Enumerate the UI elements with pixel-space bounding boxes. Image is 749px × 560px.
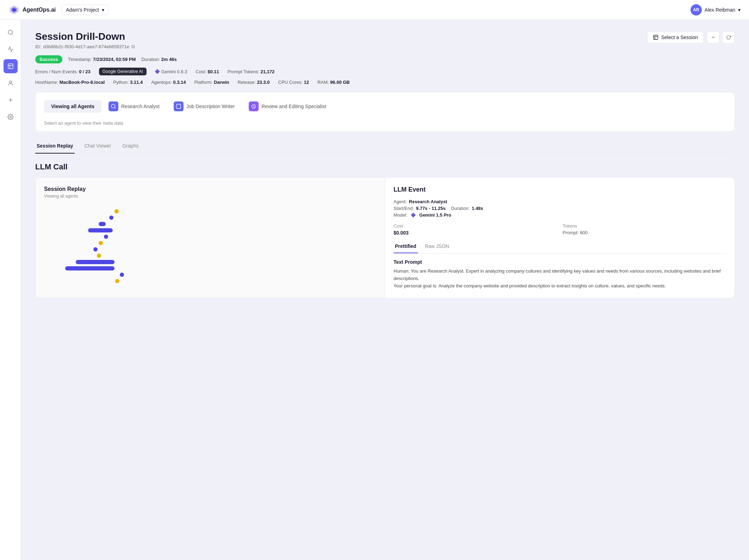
event-duration: 1.48s [472, 206, 483, 211]
agent-tab-review[interactable]: Review and Editing Specialist [242, 98, 333, 115]
session-id-value: d3b86b2c-f930-4d17-aee7-674e6858371e [43, 44, 129, 49]
event-title: LLM Event [394, 186, 726, 193]
timeline-bar [99, 241, 103, 245]
tab-raw-json[interactable]: Raw JSON [423, 241, 451, 253]
timeline-bar [115, 279, 119, 283]
agent-card: Viewing all Agents Research Analyst Job … [35, 92, 735, 132]
timeline-bar [109, 216, 113, 220]
timeline-bar [104, 235, 108, 239]
agent-icon-jobdesc [174, 101, 184, 111]
agent-tab-jobdesc[interactable]: Job Description Writer [167, 98, 242, 115]
timeline-row [88, 228, 376, 232]
topnav-left: AgentOps.ai Adam's Project ▾ [8, 4, 109, 15]
errors-item: Errors / Num Events: 0 / 23 [35, 69, 91, 74]
timeline [44, 206, 376, 287]
timeline-row [76, 260, 376, 264]
cost-label: Cost [394, 223, 557, 229]
info-row-2: HostName: MacBook-Pro-8.local Python: 3.… [35, 80, 735, 85]
event-meta: Agent: Research Analyst Start/End: 9.77s… [394, 199, 726, 218]
user-menu[interactable]: AR Alex Reibman ▾ [691, 4, 741, 15]
sidebar-item-sessions[interactable] [4, 59, 18, 73]
project-name: Adam's Project [66, 7, 99, 13]
llm-call-grid: Session Replay Viewing all agents [35, 177, 735, 298]
logo: AgentOps.ai [8, 4, 56, 15]
event-startend: 9.77s - 11.25s [416, 206, 446, 211]
sidebar-item-tools[interactable] [4, 93, 18, 107]
provider-badge: Google Generative AI [99, 68, 147, 75]
svg-line-4 [12, 33, 13, 35]
tokens-item-block: Tokens Prompt: 600 [563, 223, 726, 236]
cost-item: Cost: $0.11 [196, 69, 219, 74]
select-session-button[interactable]: Select a Session [647, 31, 704, 43]
sidebar-item-search[interactable] [4, 25, 18, 39]
timeline-row [65, 266, 376, 270]
tab-graphs[interactable]: Graphs [121, 140, 140, 154]
timeline-row [93, 247, 376, 251]
topnav: AgentOps.ai Adam's Project ▾ AR Alex Rei… [0, 0, 749, 20]
timeline-row [115, 279, 376, 283]
page-title-section: Session Drill-Down ID: d3b86b2c-f930-4d1… [35, 31, 135, 50]
session-id-label: ID: [35, 44, 41, 49]
cost-item-block: Cost $0.003 [394, 223, 557, 236]
gemini-badge: Gemini 0.8.3 [155, 69, 187, 74]
status-badge: Success [35, 55, 62, 63]
svg-rect-5 [8, 64, 13, 69]
replay-panel-title: Session Replay [44, 186, 376, 192]
event-model-row: Model: Gemini 1.5 Pro [394, 212, 726, 218]
text-prompt-section: Text Prompt Human: You are Research Anal… [394, 259, 726, 290]
agent-tab-review-label: Review and Editing Specialist [261, 104, 326, 109]
prompt-tokens-sub: Prompt: 600 [563, 230, 726, 235]
svg-line-16 [114, 107, 116, 108]
sidebar-item-settings[interactable] [4, 110, 18, 124]
tab-session-replay[interactable]: Session Replay [35, 140, 75, 154]
llm-call-title: LLM Call [35, 162, 735, 172]
gemini-diamond-icon [155, 69, 160, 74]
page-title: Session Drill-Down [35, 31, 135, 42]
app-name: AgentOps.ai [23, 7, 56, 13]
event-tabs: Prettified Raw JSON [394, 241, 726, 254]
session-tabs: Session Replay Chat Viewer Graphs [35, 140, 735, 154]
svg-rect-12 [654, 35, 658, 39]
user-name: Alex Reibman [705, 7, 735, 13]
timeline-bar [76, 260, 114, 264]
svg-point-8 [10, 81, 12, 83]
event-agent: Research Analyst [409, 199, 447, 204]
agent-tab-research[interactable]: Research Analyst [101, 98, 167, 115]
svg-point-11 [10, 116, 11, 118]
header-actions: Select a Session [647, 31, 735, 44]
cpu-item: CPU Cores: 12 [278, 80, 309, 85]
hostname-item: HostName: MacBook-Pro-8.local [35, 80, 105, 85]
timeline-bar [97, 254, 101, 258]
sidebar-item-chart[interactable] [4, 42, 18, 56]
text-prompt-label: Text Prompt [394, 259, 726, 265]
avatar: AR [691, 4, 702, 15]
agent-tab-all[interactable]: Viewing all Agents [44, 100, 101, 113]
main-content: Session Drill-Down ID: d3b86b2c-f930-4d1… [21, 20, 749, 560]
logo-icon [8, 4, 20, 15]
text-prompt-content: Human: You are Research Analyst. Expert … [394, 268, 726, 290]
timeline-bar [93, 247, 98, 251]
replay-panel-subtitle: Viewing all agents [44, 194, 376, 199]
replay-panel: Session Replay Viewing all agents [36, 178, 385, 298]
viewing-all-label: Viewing all Agents [51, 104, 94, 109]
agent-tabs: Viewing all Agents Research Analyst Job … [44, 98, 726, 115]
timeline-row [97, 254, 376, 258]
refresh-button[interactable] [722, 31, 735, 44]
copy-icon[interactable]: ⧉ [131, 44, 135, 50]
event-agent-row: Agent: Research Analyst [394, 199, 726, 204]
timeline-bar [88, 228, 113, 232]
tab-prettified[interactable]: Prettified [394, 241, 418, 253]
tab-chat-viewer[interactable]: Chat Viewer [83, 140, 113, 154]
sidebar-item-agents[interactable] [4, 76, 18, 90]
agent-tab-research-label: Research Analyst [121, 104, 160, 109]
timeline-row [99, 222, 376, 226]
duration-item: Duration: 2m 46s [141, 57, 177, 62]
sidebar [0, 20, 21, 560]
collapse-button[interactable] [707, 31, 719, 44]
agentops-item: Agentops: 0.3.14 [151, 80, 186, 85]
project-selector[interactable]: Adam's Project ▾ [61, 5, 109, 15]
select-session-icon [653, 35, 658, 40]
svg-rect-17 [177, 104, 181, 108]
timeline-row [99, 241, 376, 245]
event-panel: LLM Event Agent: Research Analyst Start/… [385, 178, 735, 298]
